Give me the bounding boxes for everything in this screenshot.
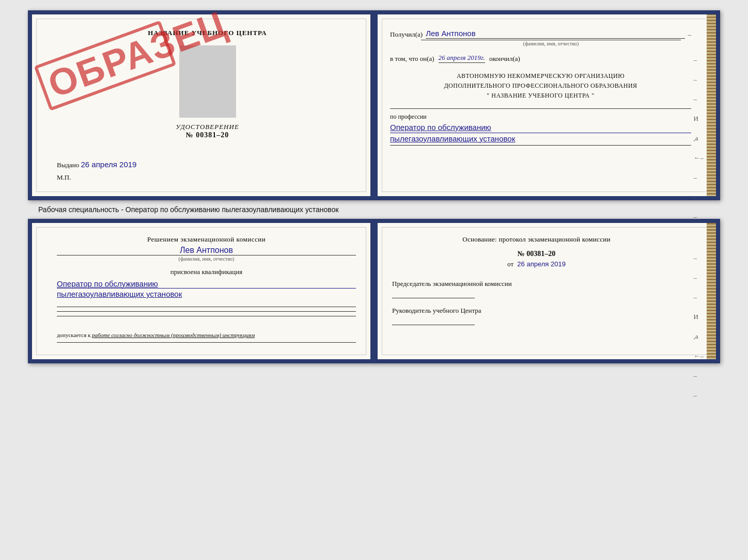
proto-number: № 00381–20 [392, 250, 681, 258]
lower-cert-right-page: Основание: протокол экзаменационной коми… [378, 223, 716, 359]
udostoverenie-label: УДОСТОВЕРЕНИЕ [57, 123, 358, 131]
poluchil-line: Получил(а) Лев Антпонов – [390, 29, 691, 39]
lower-spine [371, 223, 378, 359]
po-professii-label: по профессии [390, 113, 691, 121]
org-line1: АВТОНОМНУЮ НЕКОММЕРЧЕСКУЮ ОРГАНИЗАЦИЮ [390, 71, 691, 81]
ot-date: 26 апреля 2019 [517, 260, 566, 268]
photo-placeholder [179, 45, 236, 118]
okonchil-label: окончил(а) [489, 55, 520, 63]
lower-cert-left-page: Решением экзаменационной комиссии Лев Ан… [32, 223, 371, 359]
upper-cert-title: НАЗВАНИЕ УЧЕБНОГО ЦЕНТРА [57, 29, 358, 37]
predsedatel-sig-line [392, 298, 475, 298]
upper-certificate-book: НАЗВАНИЕ УЧЕБНОГО ЦЕНТРА ОБРАЗЕЦ УДОСТОВ… [28, 10, 720, 200]
lower-fio-sub: (фамилия, имя, отчество) [57, 255, 356, 262]
prisvoena-label: присвоена квалификация [57, 268, 356, 276]
resheniyem-title: Решением экзаменационной комиссии [57, 235, 356, 244]
upper-cert-left-page: НАЗВАНИЕ УЧЕБНОГО ЦЕНТРА ОБРАЗЕЦ УДОСТОВ… [32, 14, 371, 196]
udostoverenie-number: № 00381–20 [57, 131, 358, 139]
lower-certificate-book: Решением экзаменационной комиссии Лев Ан… [28, 219, 720, 363]
vtom-line: в том, что он(а) 26 апреля 2019г. окончи… [390, 54, 691, 63]
vydano-date: 26 апреля 2019 [81, 160, 137, 169]
qual-line2: пылегазоулавливающих установок [57, 290, 356, 298]
cert-subtitle: Рабочая специальность - Оператор по обсл… [38, 205, 339, 214]
rukovoditel-sig-line [392, 325, 475, 325]
predsedatel-label: Председатель экзаменационной комиссии [392, 279, 681, 290]
fio-subtitle: (фамилия, имя, отчество) [421, 40, 681, 46]
org-block: АВТОНОМНУЮ НЕКОММЕРЧЕСКУЮ ОРГАНИЗАЦИЮ ДО… [390, 71, 691, 101]
lower-right-dashes: – – – И ,а ←– – – [694, 254, 704, 399]
dopuskaetsya-value: работе согласно должностным (производств… [92, 332, 255, 338]
lower-right-strip [707, 223, 716, 359]
dopuskaetsya-line: допускается к работе согласно должностны… [57, 332, 356, 338]
dopuskaetsya-label: допускается к [57, 332, 90, 338]
signature-block: Председатель экзаменационной комиссии Ру… [392, 279, 681, 325]
rukovoditel-label: Руководитель учебного Центра [392, 306, 681, 316]
cert-spine [371, 14, 378, 196]
org-line2: ДОПОЛНИТЕЛЬНОГО ПРОФЕССИОНАЛЬНОГО ОБРАЗО… [390, 81, 691, 91]
vydano-line: Выдано 26 апреля 2019 [57, 160, 358, 169]
vtom-date: 26 апреля 2019г. [439, 54, 485, 63]
right-decorative-strip [707, 14, 716, 196]
lower-name: Лев Антпонов [57, 246, 356, 255]
mp-label: М.П. [57, 173, 358, 182]
right-dashes: – – – И ,а ←– – – – – [694, 56, 704, 241]
dash: – [688, 30, 692, 39]
vtom-label: в том, что он(а) [390, 55, 434, 63]
qual-line1: Оператор по обслуживанию [57, 279, 356, 289]
ot-label: от [507, 260, 513, 268]
poluchil-label: Получил(а) [390, 30, 423, 39]
vydano-label: Выдано [57, 161, 79, 169]
udostoverenie-block: УДОСТОВЕРЕНИЕ № 00381–20 [57, 123, 358, 139]
upper-cert-right-page: Получил(а) Лев Антпонов – (фамилия, имя,… [378, 14, 716, 196]
osnovanie-title: Основание: протокол экзаменационной коми… [392, 235, 681, 244]
org-line3: " НАЗВАНИЕ УЧЕБНОГО ЦЕНТРА " [390, 91, 691, 101]
poluchil-name: Лев Антпонов [426, 29, 684, 39]
profession-line2: пылегазоулавливающих установок [390, 134, 691, 143]
obrazets-stamp: ОБРАЗЕЦ [34, 21, 196, 164]
proto-date: от 26 апреля 2019 [392, 260, 681, 268]
profession-line1: Оператор по обслуживанию [390, 123, 691, 133]
